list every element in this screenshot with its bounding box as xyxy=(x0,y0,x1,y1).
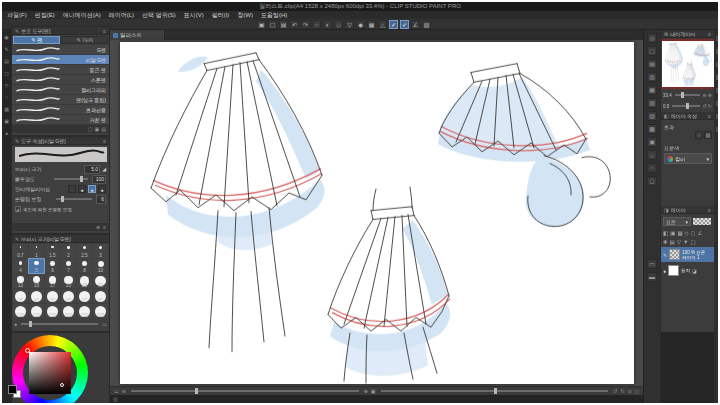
speed-stabilize-checkbox[interactable]: ✓ xyxy=(15,206,21,212)
visibility-eye-icon[interactable]: ● xyxy=(663,268,666,274)
size-display-slider[interactable] xyxy=(21,323,98,325)
menu-item[interactable]: 편집(E) xyxy=(31,11,59,19)
palette-dock-icon[interactable] xyxy=(716,62,720,67)
navigator-zoom-value[interactable]: 33.4 xyxy=(663,93,672,98)
quick-access-icon[interactable]: ◎ xyxy=(647,33,657,43)
subtool-brush-item[interactable]: 리얼 G펜 xyxy=(12,55,109,65)
undo-icon[interactable]: ↶ xyxy=(290,20,299,29)
quick-access-icon[interactable]: ◇ xyxy=(647,150,657,160)
clear-icon[interactable]: ▽ xyxy=(345,20,354,29)
brush-size-preset[interactable]: 1.5 xyxy=(45,244,60,258)
lock-layer-icon[interactable]: ▣ xyxy=(670,230,675,236)
brush-size-preset[interactable]: 5 xyxy=(29,259,44,273)
nav-rotate-right-icon[interactable]: ↻ xyxy=(708,103,712,109)
brush-size-preset[interactable]: 12 xyxy=(13,274,28,288)
palette-dock-icon[interactable] xyxy=(716,88,720,93)
navigator-zoom-slider[interactable] xyxy=(675,94,700,96)
brush-size-preset[interactable]: 60 xyxy=(61,289,76,303)
layer-thumbnail[interactable] xyxy=(669,249,680,260)
layer-mask-icon[interactable]: ◻ xyxy=(691,230,696,236)
save-icon[interactable]: ▣ xyxy=(257,20,266,29)
palette-dock-icon[interactable] xyxy=(716,75,720,80)
brush-size-preset[interactable]: 300 xyxy=(93,304,108,318)
toolbar-settings-icon[interactable]: ▧ xyxy=(422,20,431,29)
open-icon[interactable]: ▢ xyxy=(268,20,277,29)
zoom-reset-icon[interactable]: ▣ xyxy=(371,388,376,394)
layer-row[interactable]: ● 용지 ◪ xyxy=(661,263,714,278)
rotate-left-icon[interactable]: ↺ xyxy=(613,388,617,394)
quick-access-icon[interactable]: ◻ xyxy=(647,176,657,186)
clip-layer-icon[interactable]: ◧ xyxy=(663,230,668,236)
palette-dock-icon[interactable] xyxy=(716,114,720,119)
quick-access-icon[interactable]: ▨ xyxy=(647,111,657,121)
detail-settings-icon[interactable]: ≡ xyxy=(103,224,106,230)
quick-access-icon[interactable]: ▥ xyxy=(647,72,657,82)
subtool-brush-item[interactable]: 스푼펜 xyxy=(12,75,109,85)
stabilize-value[interactable]: 6 xyxy=(96,195,106,204)
quick-access-icon[interactable]: ▧ xyxy=(647,98,657,108)
menu-item[interactable]: 표시(V) xyxy=(180,11,208,19)
fill-icon[interactable]: ◆ xyxy=(356,20,365,29)
nav-rotate-left-icon[interactable]: ↺ xyxy=(703,103,707,109)
brush-size-preset[interactable]: 35 xyxy=(13,289,28,303)
quick-access-icon[interactable]: ▤ xyxy=(647,59,657,69)
opacity-slider[interactable] xyxy=(54,178,89,180)
delete-layer-icon[interactable]: ▢ xyxy=(691,239,696,245)
invert-selection-icon[interactable]: ◐ xyxy=(323,20,332,29)
antialias-none-icon[interactable]: · xyxy=(68,185,76,193)
layer-row[interactable]: ✎ 100 % 표준 레이어 1 xyxy=(661,247,714,262)
panel-menu-icon[interactable]: ≡ xyxy=(708,112,711,120)
subtool-brush-item[interactable]: 거친 펜 xyxy=(12,115,109,125)
brush-size-preset[interactable]: 80 xyxy=(93,289,108,303)
brush-size-preset[interactable]: 0.7 xyxy=(13,244,28,258)
ruler-icon[interactable]: ∠ xyxy=(411,20,420,29)
hue-marker[interactable] xyxy=(25,348,30,353)
menu-item[interactable]: 선택 범위(S) xyxy=(138,11,180,19)
brush-size-preset[interactable]: 3 xyxy=(93,244,108,258)
flip-icon[interactable]: ◻ xyxy=(635,388,639,394)
grid-icon[interactable]: ▦ xyxy=(367,20,376,29)
subtool-brush-item[interactable]: 효과선용 xyxy=(12,105,109,115)
ruler-layer-icon[interactable]: ∠ xyxy=(697,230,702,236)
tool-icon[interactable]: ◉ xyxy=(3,34,10,41)
brush-size-preset[interactable]: 200 xyxy=(61,304,76,318)
tool-icon[interactable]: ◇ xyxy=(3,82,10,89)
nav-zoom-in-icon[interactable]: ⊕ xyxy=(708,92,712,98)
antialias-strong-icon[interactable]: ● xyxy=(98,185,106,193)
snap-ruler-icon[interactable]: △ xyxy=(378,20,387,29)
delete-subtool-icon[interactable]: ▤ xyxy=(101,126,106,132)
navigator-thumbnail[interactable] xyxy=(662,41,714,87)
tool-icon[interactable]: ▤ xyxy=(3,58,10,65)
layer-thumbnail[interactable] xyxy=(668,265,679,276)
reset-settings-icon[interactable]: ⊕ xyxy=(96,224,100,230)
brush-size-preset[interactable]: 2 xyxy=(61,244,76,258)
brush-size-preset[interactable]: 10 xyxy=(93,259,108,273)
menu-item[interactable]: 파일(F) xyxy=(3,11,31,19)
palette-dock-icon[interactable] xyxy=(716,101,720,106)
transfer-layer-icon[interactable]: ▽ xyxy=(677,239,681,245)
sv-marker[interactable] xyxy=(60,383,64,387)
snap-line-icon[interactable]: ✓ xyxy=(389,20,398,29)
navigator-rotate-value[interactable]: 0.0 xyxy=(663,104,669,109)
canvas-rotate-slider[interactable] xyxy=(381,390,609,392)
navigator-rotate-slider[interactable] xyxy=(672,105,699,107)
subtool-brush-item[interactable]: 둥근 펜 xyxy=(12,65,109,75)
deselect-icon[interactable]: ○ xyxy=(312,20,321,29)
brush-size-preset[interactable]: 120 xyxy=(29,304,44,318)
panel-menu-icon[interactable]: ≡ xyxy=(708,30,711,38)
subtool-brush-item[interactable]: 캘리그라피 xyxy=(12,85,109,95)
panel-menu-icon[interactable]: ≡ xyxy=(103,27,106,35)
brush-size-preset[interactable]: 30 xyxy=(93,274,108,288)
layer-opacity-slider[interactable] xyxy=(693,218,711,225)
brush-size-dynamics-icon[interactable]: ◢ xyxy=(102,166,106,172)
canvas-zoom-slider[interactable] xyxy=(131,390,359,392)
tone-effect-icon[interactable]: ▥ xyxy=(704,131,712,139)
brush-size-preset[interactable]: 17 xyxy=(45,274,60,288)
zoom-in-icon[interactable]: ⊕ xyxy=(364,388,368,394)
quick-access-icon[interactable]: ▭ xyxy=(647,259,657,269)
brush-size-preset[interactable]: 7 xyxy=(61,259,76,273)
brush-size-preset[interactable]: 6 xyxy=(45,259,60,273)
add-subtool-icon[interactable]: ▢ xyxy=(88,126,93,132)
merge-layer-icon[interactable]: ▼ xyxy=(683,239,688,245)
redo-icon[interactable]: ↷ xyxy=(301,20,310,29)
